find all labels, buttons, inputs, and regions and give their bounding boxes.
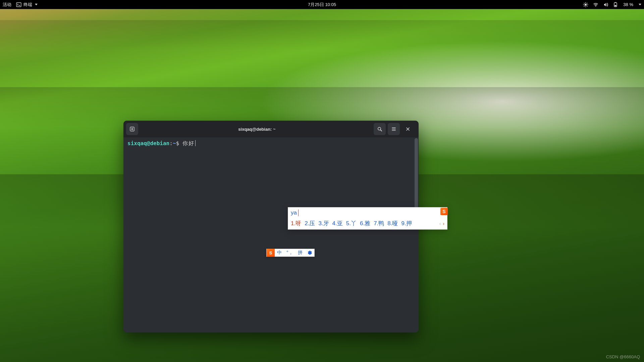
battery-icon [613, 2, 619, 7]
ime-lang-toggle[interactable]: 中 [275, 249, 284, 256]
ime-candidate[interactable]: 9.押 [401, 220, 412, 227]
ime-candidate[interactable]: 4.亚 [332, 220, 343, 227]
ime-settings-button[interactable] [305, 249, 314, 256]
ime-candidate[interactable]: 2.压 [305, 220, 315, 227]
svg-point-1 [585, 4, 587, 6]
ime-candidate[interactable]: 3.牙 [318, 220, 329, 227]
window-titlebar[interactable]: sixqaq@debian: ~ [123, 121, 419, 137]
app-menu-label: 终端 [23, 2, 32, 8]
brightness-icon [583, 2, 588, 7]
ime-punct-toggle[interactable]: °， [284, 249, 296, 256]
ime-candidates: 1.呀2.压3.牙4.亚5.丫6.雅7.鸭8.哑9.押 ‹ › [288, 218, 447, 229]
system-status-area[interactable]: 38 % [583, 2, 641, 7]
ime-candidate-panel: S 1.呀2.压3.牙4.亚5.丫6.雅7.鸭8.哑9.押 ‹ › [288, 207, 447, 230]
wallpaper-shade [0, 20, 644, 50]
close-icon [405, 126, 411, 132]
svg-line-7 [587, 6, 588, 6]
svg-point-10 [595, 6, 596, 7]
sogou-logo-icon: S [440, 208, 448, 215]
ime-candidate[interactable]: 7.鸭 [374, 220, 384, 227]
volume-icon [603, 2, 608, 7]
ime-candidate[interactable]: 1.呀 [291, 220, 301, 227]
ime-next-page[interactable]: › [443, 221, 444, 226]
chevron-down-icon [639, 4, 641, 5]
svg-rect-12 [615, 2, 616, 3]
ime-candidate[interactable]: 6.雅 [360, 220, 370, 227]
svg-line-8 [584, 6, 585, 6]
terminal-app-icon [16, 2, 21, 7]
sogou-logo-icon: S [267, 249, 275, 257]
terminal-scrollbar[interactable] [415, 138, 418, 332]
clock[interactable]: 7月25日 10:05 [308, 2, 336, 8]
window-title: sixqaq@debian: ~ [140, 127, 374, 132]
wifi-icon [593, 2, 598, 7]
svg-rect-13 [615, 5, 616, 6]
watermark: CSDN @6660AQ [606, 354, 640, 359]
svg-line-6 [584, 3, 585, 4]
prompt-path: ~ [173, 140, 176, 146]
hamburger-menu-button[interactable] [388, 123, 400, 135]
new-tab-button[interactable] [126, 123, 138, 135]
terminal-input-text: 你好 [182, 140, 195, 146]
prompt-user-host: sixqaq@debian [127, 140, 169, 146]
ime-caret [298, 209, 299, 216]
ime-candidate[interactable]: 5.丫 [346, 220, 357, 227]
app-menu[interactable]: 终端 [16, 2, 38, 8]
prompt-separator: : [169, 140, 173, 146]
close-button[interactable] [402, 123, 414, 135]
search-icon [377, 126, 382, 132]
svg-line-9 [587, 3, 588, 4]
terminal-body[interactable]: sixqaq@debian:~$ 你好 [123, 137, 419, 333]
search-button[interactable] [374, 123, 386, 135]
svg-line-16 [381, 130, 382, 131]
hamburger-icon [391, 126, 396, 132]
ime-candidate[interactable]: 8.哑 [387, 220, 398, 227]
svg-rect-0 [16, 3, 21, 7]
gear-icon [307, 250, 312, 255]
gnome-topbar: 活动 终端 7月25日 10:05 38 % [0, 0, 644, 9]
prompt-symbol: $ [176, 140, 179, 146]
ime-mode-toggle[interactable]: 拼 [296, 249, 305, 256]
terminal-cursor [195, 140, 196, 146]
ime-prev-page[interactable]: ‹ [439, 221, 441, 226]
ime-pinyin-input[interactable] [291, 209, 298, 216]
ime-status-bar[interactable]: S 中 °， 拼 [266, 249, 315, 257]
ime-pager: ‹ › [439, 221, 444, 226]
chevron-down-icon [35, 4, 38, 5]
activities-button[interactable]: 活动 [3, 2, 11, 8]
battery-percent: 38 % [623, 2, 633, 7]
ime-input-row: S [288, 207, 447, 218]
